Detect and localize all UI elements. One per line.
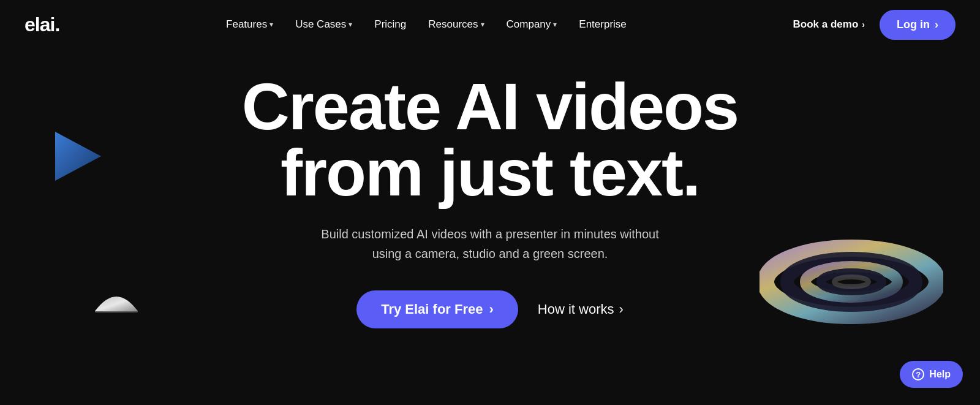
nav-link-company[interactable]: Company ▾ <box>507 18 557 31</box>
nav-item-pricing[interactable]: Pricing <box>374 18 406 31</box>
nav-item-resources[interactable]: Resources ▾ <box>428 18 484 31</box>
chevron-down-icon: ▾ <box>481 20 484 29</box>
ring-decoration <box>760 221 943 343</box>
nav-right: Book a demo › Log in › <box>793 10 956 40</box>
navbar: elai. Features ▾ Use Cases ▾ Pricing Res… <box>0 0 980 49</box>
dome-decoration <box>95 288 138 312</box>
arrow-right-icon: › <box>619 301 623 317</box>
hero-buttons: Try Elai for Free › How it works › <box>356 290 624 328</box>
nav-item-enterprise[interactable]: Enterprise <box>579 18 626 31</box>
chevron-down-icon: ▾ <box>270 20 273 29</box>
nav-link-resources[interactable]: Resources ▾ <box>428 18 484 31</box>
nav-link-use-cases[interactable]: Use Cases ▾ <box>295 18 352 31</box>
how-it-works-link[interactable]: How it works › <box>538 301 624 317</box>
nav-item-features[interactable]: Features ▾ <box>226 18 273 31</box>
svg-point-6 <box>834 277 869 287</box>
arrow-right-icon: › <box>489 301 493 317</box>
nav-link-enterprise[interactable]: Enterprise <box>579 18 626 31</box>
arrow-right-icon: › <box>862 20 865 29</box>
help-icon: ? <box>912 368 924 380</box>
nav-item-company[interactable]: Company ▾ <box>507 18 557 31</box>
svg-marker-0 <box>55 132 101 181</box>
try-free-button[interactable]: Try Elai for Free › <box>356 290 518 328</box>
book-demo-link[interactable]: Book a demo › <box>793 18 865 31</box>
hero-subtext: Build customized AI videos with a presen… <box>306 224 674 263</box>
nav-links: Features ▾ Use Cases ▾ Pricing Resources… <box>226 18 627 31</box>
nav-link-features[interactable]: Features ▾ <box>226 18 273 31</box>
play-triangle-decoration <box>49 129 104 184</box>
hero-section: Create AI videos from just text. Build c… <box>0 49 980 328</box>
brand-logo[interactable]: elai. <box>24 13 59 36</box>
help-button[interactable]: ? Help <box>900 361 963 388</box>
arrow-right-icon: › <box>935 18 938 31</box>
hero-heading: Create AI videos from just text. <box>242 74 738 206</box>
login-button[interactable]: Log in › <box>880 10 956 40</box>
nav-link-pricing[interactable]: Pricing <box>374 18 406 31</box>
chevron-down-icon: ▾ <box>349 20 352 29</box>
nav-item-use-cases[interactable]: Use Cases ▾ <box>295 18 352 31</box>
chevron-down-icon: ▾ <box>553 20 557 29</box>
